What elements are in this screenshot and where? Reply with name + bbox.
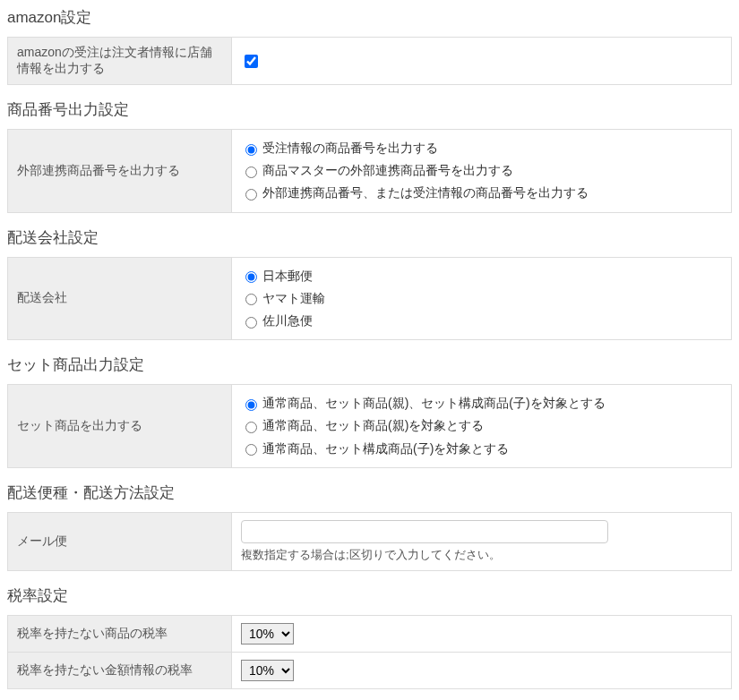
product-number-option-0: 受注情報の商品番号を出力する [262,137,438,159]
section-title-shipping-method: 配送便種・配送方法設定 [7,482,732,503]
product-number-radio-1[interactable] [245,166,257,178]
set-product-radio-2[interactable] [245,444,257,456]
carrier-option-2: 佐川急便 [262,310,313,332]
set-product-value-cell: 通常商品、セット商品(親)、セット構成商品(子)を対象とする 通常商品、セット商… [232,385,732,468]
product-number-radio-2[interactable] [245,189,257,201]
amazon-table: amazonの受注は注文者情報に店舗情報を出力する [7,37,732,85]
product-number-label: 外部連携商品番号を出力する [8,130,232,213]
shipping-method-value-cell: 複数指定する場合は;区切りで入力してください。 [232,512,732,570]
tax-row1-value-cell: 10% [232,615,732,652]
mail-bin-input[interactable] [241,520,608,543]
set-product-option-0: 通常商品、セット商品(親)、セット構成商品(子)を対象とする [262,392,606,414]
section-title-amazon: amazon設定 [7,7,732,28]
carrier-radio-1[interactable] [245,294,257,305]
section-title-set-product: セット商品出力設定 [7,354,732,375]
section-title-product-number: 商品番号出力設定 [7,99,732,120]
carrier-radio-0[interactable] [245,271,257,283]
amazon-value-cell [232,38,732,85]
section-title-carrier: 配送会社設定 [7,227,732,248]
tax-row1-label: 税率を持たない商品の税率 [8,615,232,652]
carrier-option-1: ヤマト運輸 [262,287,325,310]
carrier-value-cell: 日本郵便 ヤマト運輸 佐川急便 [232,257,732,340]
carrier-option-0: 日本郵便 [262,265,313,287]
tax-select-1[interactable]: 10% [241,623,294,645]
product-number-value-cell: 受注情報の商品番号を出力する 商品マスターの外部連携商品番号を出力する 外部連携… [232,130,732,213]
tax-select-2[interactable]: 10% [241,660,294,681]
tax-row2-label: 税率を持たない金額情報の税率 [8,652,232,688]
set-product-option-2: 通常商品、セット構成商品(子)を対象とする [262,438,509,460]
product-number-radio-0[interactable] [245,144,257,156]
set-product-label: セット商品を出力する [8,385,232,468]
set-product-radio-1[interactable] [245,422,257,433]
amazon-checkbox[interactable] [245,55,258,68]
tax-row2-value-cell: 10% [232,652,732,688]
shipping-method-table: メール便 複数指定する場合は;区切りで入力してください。 [7,512,732,571]
section-title-tax: 税率設定 [7,585,732,606]
carrier-radio-2[interactable] [245,317,257,329]
set-product-option-1: 通常商品、セット商品(親)を対象とする [262,414,484,437]
carrier-table: 配送会社 日本郵便 ヤマト運輸 佐川急便 [7,257,732,341]
amazon-label: amazonの受注は注文者情報に店舗情報を出力する [8,38,232,85]
product-number-option-1: 商品マスターの外部連携商品番号を出力する [262,159,513,182]
product-number-table: 外部連携商品番号を出力する 受注情報の商品番号を出力する 商品マスターの外部連携… [7,129,732,213]
mail-bin-help: 複数指定する場合は;区切りで入力してください。 [241,547,722,563]
set-product-radio-0[interactable] [245,399,257,411]
set-product-table: セット商品を出力する 通常商品、セット商品(親)、セット構成商品(子)を対象とす… [7,384,732,468]
tax-table: 税率を持たない商品の税率 10% 税率を持たない金額情報の税率 10% [7,615,732,689]
shipping-method-label: メール便 [8,512,232,570]
product-number-option-2: 外部連携商品番号、または受注情報の商品番号を出力する [262,182,589,204]
carrier-label: 配送会社 [8,257,232,340]
